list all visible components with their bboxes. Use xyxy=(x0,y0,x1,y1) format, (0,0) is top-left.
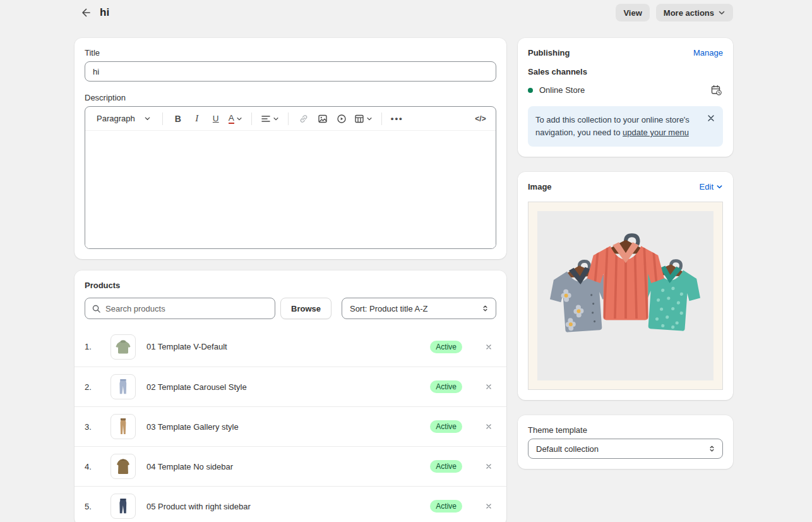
italic-button[interactable]: I xyxy=(188,110,206,128)
collection-image[interactable] xyxy=(528,202,723,390)
product-title[interactable]: 05 Product with right sidebar xyxy=(146,502,430,511)
channel-status-dot xyxy=(528,88,533,93)
row-index: 5. xyxy=(85,502,110,511)
image-card: Image Edit xyxy=(518,172,733,400)
update-menu-link[interactable]: update your menu xyxy=(623,128,689,137)
sales-channels-label: Sales channels xyxy=(528,67,723,76)
search-icon xyxy=(92,304,101,313)
sales-channel-row: Online Store xyxy=(528,83,723,97)
chevron-down-icon xyxy=(144,115,151,122)
product-thumbnail-jeans xyxy=(110,374,136,399)
search-products-input[interactable] xyxy=(105,304,268,313)
link-icon xyxy=(299,114,309,124)
publishing-card: Publishing Manage Sales channels Online … xyxy=(518,38,733,157)
description-textarea[interactable] xyxy=(85,131,496,248)
product-thumbnail-pants xyxy=(110,414,136,439)
insert-image-button[interactable] xyxy=(314,110,331,128)
play-circle-icon xyxy=(337,114,347,124)
details-card: Title Description Paragraph B I xyxy=(75,38,506,259)
product-title[interactable]: 02 Template Carousel Style xyxy=(146,382,430,392)
product-title[interactable]: 01 Template V-Default xyxy=(146,342,430,351)
status-badge: Active xyxy=(430,500,462,513)
product-row: 2. 02 Template Carousel Style Active xyxy=(75,367,506,406)
search-products-box xyxy=(85,298,275,319)
underline-button[interactable]: U xyxy=(207,110,225,128)
close-icon[interactable] xyxy=(705,112,717,124)
chevron-down-icon xyxy=(236,116,242,122)
more-formatting-button[interactable]: ••• xyxy=(388,110,406,128)
row-index: 1. xyxy=(85,342,110,351)
title-label: Title xyxy=(85,48,496,58)
view-button[interactable]: View xyxy=(616,4,649,21)
arrow-left-icon xyxy=(80,6,92,19)
align-left-icon xyxy=(261,114,271,124)
image-heading: Image xyxy=(528,182,552,191)
theme-template-label: Theme template xyxy=(528,425,723,435)
link-button[interactable] xyxy=(295,110,313,128)
browse-button[interactable]: Browse xyxy=(280,298,331,319)
product-thumbnail-hoodie xyxy=(110,334,136,360)
sort-select[interactable]: Sort: Product title A-Z xyxy=(342,298,496,319)
table-button[interactable] xyxy=(352,110,375,128)
info-banner: To add this collection to your online st… xyxy=(528,106,723,147)
publishing-heading: Publishing xyxy=(528,48,570,58)
more-actions-button[interactable]: More actions xyxy=(656,4,733,21)
status-badge: Active xyxy=(430,380,462,393)
updown-chevrons-icon xyxy=(481,304,489,313)
paragraph-dropdown[interactable]: Paragraph xyxy=(92,110,156,128)
editor-toolbar: Paragraph B I U A xyxy=(85,107,496,131)
remove-product-icon[interactable] xyxy=(481,379,496,394)
page-title: hi xyxy=(100,6,109,19)
manage-link[interactable]: Manage xyxy=(693,48,723,58)
schedule-calendar-icon[interactable] xyxy=(710,83,723,97)
updown-chevrons-icon xyxy=(708,444,716,453)
channel-name: Online Store xyxy=(539,85,710,95)
insert-video-button[interactable] xyxy=(333,110,350,128)
product-row: 1. 01 Template V-Default Active xyxy=(75,327,506,367)
product-row: 4. 04 Template No sidebar Active xyxy=(75,446,506,486)
row-index: 3. xyxy=(85,422,110,432)
chevron-down-icon xyxy=(366,116,373,122)
rich-text-editor: Paragraph B I U A xyxy=(85,106,496,249)
text-color-button[interactable]: A xyxy=(226,110,245,128)
remove-product-icon[interactable] xyxy=(481,419,496,434)
status-badge: Active xyxy=(430,420,462,433)
description-label: Description xyxy=(85,93,496,102)
chevron-down-icon xyxy=(718,9,725,16)
product-thumbnail-jeans xyxy=(110,494,136,519)
bold-button[interactable]: B xyxy=(169,110,187,128)
row-index: 2. xyxy=(85,382,110,392)
remove-product-icon[interactable] xyxy=(481,459,496,474)
product-title[interactable]: 03 Template Gallery style xyxy=(146,422,430,432)
product-thumbnail-hoodie xyxy=(110,454,136,479)
remove-product-icon[interactable] xyxy=(481,499,496,514)
product-row: 3. 03 Template Gallery style Active xyxy=(75,406,506,446)
page-header: hi View More actions xyxy=(0,1,812,24)
product-title[interactable]: 04 Template No sidebar xyxy=(146,462,430,471)
theme-template-select[interactable]: Default collection xyxy=(528,439,723,459)
chevron-down-icon xyxy=(273,116,279,122)
products-card: Products Browse Sort: Product title A-Z xyxy=(75,270,506,522)
show-html-button[interactable]: </> xyxy=(472,110,489,128)
banner-text: To add this collection to your online st… xyxy=(535,114,715,139)
table-icon xyxy=(354,114,364,124)
edit-image-dropdown[interactable]: Edit xyxy=(700,182,723,191)
product-list: 1. 01 Template V-Default Active 2. 0 xyxy=(75,327,506,522)
products-heading: Products xyxy=(85,281,496,290)
back-button[interactable] xyxy=(77,4,95,21)
status-badge: Active xyxy=(430,460,462,473)
alignment-button[interactable] xyxy=(258,110,282,128)
product-row: 5. 05 Product with right sidebar Active xyxy=(75,486,506,522)
theme-template-card: Theme template Default collection xyxy=(518,415,733,469)
image-icon xyxy=(318,114,328,124)
row-index: 4. xyxy=(85,462,110,471)
status-badge: Active xyxy=(430,341,462,353)
title-input[interactable] xyxy=(85,61,496,82)
remove-product-icon[interactable] xyxy=(481,339,496,355)
chevron-down-icon xyxy=(716,183,723,190)
